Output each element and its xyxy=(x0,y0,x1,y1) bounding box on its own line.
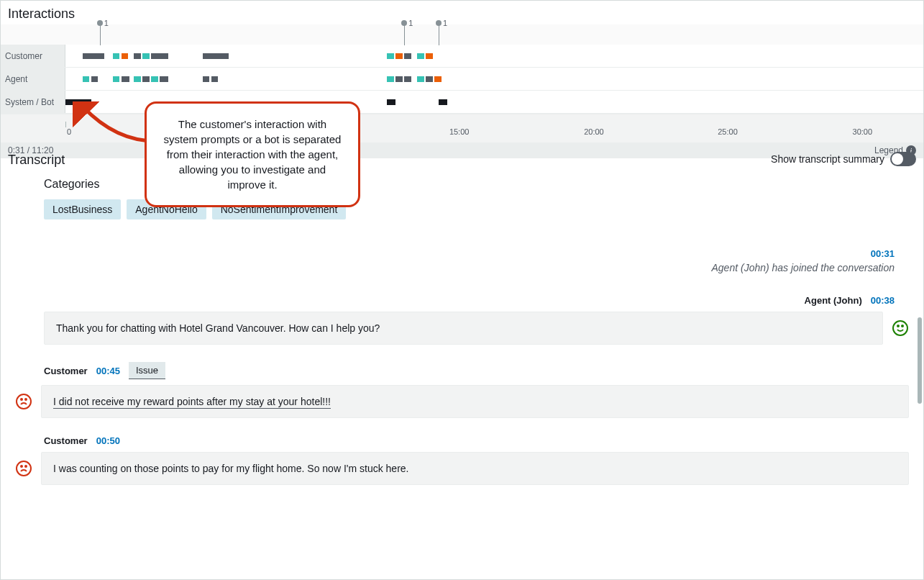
segment xyxy=(417,53,424,59)
segment xyxy=(142,76,150,82)
transcript-body: 00:31 Agent (John) has joined the conver… xyxy=(8,248,916,485)
marker-dot xyxy=(97,20,103,26)
interactions-title: Interactions xyxy=(1,1,923,24)
msg-time: 00:38 xyxy=(871,295,895,306)
speaker-label: Agent (John) xyxy=(805,295,862,306)
row-label-customer: Customer xyxy=(1,45,65,67)
marker-label: 1 xyxy=(443,19,447,27)
tick-label: 30:00 xyxy=(853,127,873,136)
tick-label: 0 xyxy=(67,127,71,136)
svg-point-8 xyxy=(25,466,27,467)
frown-icon xyxy=(15,460,32,477)
segment xyxy=(65,99,91,105)
smile-icon xyxy=(892,320,909,337)
svg-point-7 xyxy=(21,466,22,467)
msg-block-customer: I did not receive my reward points after… xyxy=(44,385,909,418)
msg-time: 00:50 xyxy=(96,435,120,446)
timeline[interactable]: 1 1 1 Customer xyxy=(1,24,923,140)
segment xyxy=(142,53,150,59)
event-join: 00:31 Agent (John) has joined the conver… xyxy=(44,248,909,273)
segment xyxy=(434,76,442,82)
segment xyxy=(83,53,104,59)
segment xyxy=(395,53,403,59)
segment xyxy=(134,76,141,82)
segment xyxy=(387,99,395,105)
event-time: 00:31 xyxy=(44,248,895,259)
callout-text: The customer's interaction with system p… xyxy=(164,118,342,191)
tick-label: 25:00 xyxy=(718,127,738,136)
interactions-panel: Interactions 1 1 1 Customer xyxy=(1,1,923,140)
msg-header-customer: Customer 00:45 Issue xyxy=(44,362,909,379)
marker-label: 1 xyxy=(408,19,413,27)
marker-dot xyxy=(436,20,442,26)
tick xyxy=(65,122,66,127)
row-label-system: System / Bot xyxy=(1,91,65,113)
segment xyxy=(113,76,120,82)
summary-toggle[interactable] xyxy=(890,152,916,166)
svg-point-5 xyxy=(25,399,27,400)
marker-line xyxy=(404,24,405,45)
segment xyxy=(160,76,168,82)
row-track-customer[interactable] xyxy=(65,45,923,67)
marker-label: 1 xyxy=(104,19,109,27)
speaker-label: Customer xyxy=(44,366,88,376)
msg-text-underlined: I did not receive my reward points after… xyxy=(53,396,331,409)
app-frame: Interactions 1 1 1 Customer xyxy=(0,0,924,580)
msg-header-agent: Agent (John) 00:38 xyxy=(44,295,909,306)
tick-label: 20:00 xyxy=(584,127,604,136)
row-label-agent: Agent xyxy=(1,68,65,90)
msg-block-agent: Thank you for chatting with Hotel Grand … xyxy=(44,312,909,345)
marker-line xyxy=(439,24,439,45)
svg-point-1 xyxy=(897,325,899,327)
segment xyxy=(395,76,403,82)
toggle-label: Show transcript summary xyxy=(771,153,884,165)
timeline-row-system: System / Bot xyxy=(1,91,923,114)
callout-box: The customer's interaction with system p… xyxy=(145,101,360,207)
segment xyxy=(122,76,130,82)
msg-bubble: Thank you for chatting with Hotel Grand … xyxy=(44,312,883,345)
segment xyxy=(151,53,168,59)
segment xyxy=(404,76,411,82)
segment xyxy=(426,76,433,82)
svg-point-6 xyxy=(17,461,31,476)
segment xyxy=(113,53,120,59)
segment xyxy=(134,53,141,59)
segment xyxy=(439,99,447,105)
row-track-agent[interactable] xyxy=(65,68,923,90)
msg-time: 00:45 xyxy=(96,366,120,376)
frown-icon xyxy=(15,393,32,410)
svg-point-3 xyxy=(17,394,31,409)
segment xyxy=(151,76,158,82)
svg-point-2 xyxy=(902,325,903,327)
segment xyxy=(387,76,394,82)
transcript-section: Transcript Show transcript summary Categ… xyxy=(1,140,923,485)
timeline-row-agent: Agent xyxy=(1,68,923,91)
timeline-rows: Customer xyxy=(1,24,923,114)
segment xyxy=(91,76,99,82)
issue-tag[interactable]: Issue xyxy=(129,362,165,379)
speaker-label: Customer xyxy=(44,435,88,446)
marker-dot xyxy=(401,20,407,26)
scrollbar[interactable] xyxy=(918,317,922,404)
category-chip-lostbusiness[interactable]: LostBusiness xyxy=(44,199,121,219)
segment xyxy=(203,76,210,82)
segment xyxy=(203,53,229,59)
toggle-wrap: Show transcript summary xyxy=(771,152,916,166)
markers-layer: 1 1 1 xyxy=(65,45,923,45)
segment xyxy=(387,53,394,59)
msg-bubble: I did not receive my reward points after… xyxy=(41,385,909,418)
segment xyxy=(211,76,219,82)
timeline-row-customer: Customer xyxy=(1,45,923,68)
svg-point-0 xyxy=(893,321,907,335)
transcript-title: Transcript xyxy=(8,147,72,171)
segment xyxy=(122,53,129,59)
event-text: Agent (John) has joined the conversation xyxy=(44,262,895,273)
time-axis: 0 15:00 20:00 25:00 30:00 xyxy=(1,114,923,142)
msg-block-customer: I was counting on those points to pay fo… xyxy=(44,452,909,485)
segment xyxy=(417,76,424,82)
segment xyxy=(404,53,411,59)
msg-bubble: I was counting on those points to pay fo… xyxy=(41,452,909,485)
msg-header-customer: Customer 00:50 xyxy=(44,435,909,446)
tick-label: 15:00 xyxy=(449,127,470,136)
segment xyxy=(426,53,433,59)
